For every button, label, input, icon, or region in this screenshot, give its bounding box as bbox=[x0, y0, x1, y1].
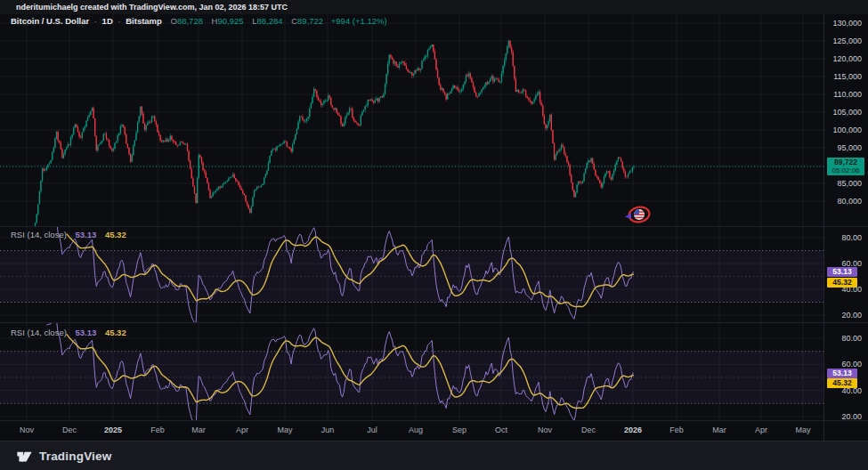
flag-emoji-icon bbox=[634, 209, 645, 220]
price-tick-label: 85,000 bbox=[837, 179, 862, 188]
rsi-tick-label: 80.00 bbox=[841, 233, 862, 242]
current-price-value: 89,722 bbox=[827, 158, 864, 166]
month-tick-label: Nov bbox=[530, 425, 560, 434]
price-axis[interactable]: 89,722 05:02:06 53.13 45.32 53.13 45.32 … bbox=[823, 14, 868, 441]
rsi-tick-label: 60.00 bbox=[841, 360, 862, 369]
exchange-name: Bitstamp bbox=[126, 16, 162, 26]
rsi-indicator-name: RSI (14, close) bbox=[11, 230, 67, 239]
tradingview-logo-icon[interactable] bbox=[16, 448, 33, 465]
month-tick-label: Apr bbox=[746, 425, 776, 434]
attribution-bar: nderitumichaelg created with TradingView… bbox=[0, 0, 868, 14]
rsi-tick-label: 20.00 bbox=[841, 412, 862, 421]
main-chart-pane[interactable] bbox=[0, 14, 823, 226]
month-tick-label: Feb bbox=[661, 425, 692, 434]
rsi-value: 53.13 bbox=[75, 230, 96, 239]
legend-separator: · bbox=[94, 16, 97, 26]
tradingview-wordmark[interactable]: TradingView bbox=[39, 450, 111, 463]
open-value: 88,728 bbox=[177, 16, 203, 26]
bar-countdown: 05:02:06 bbox=[827, 166, 864, 174]
change-value: +994 (+1.12%) bbox=[331, 16, 387, 26]
close-value: 89,722 bbox=[297, 16, 323, 26]
timeframe: 1D bbox=[102, 16, 113, 26]
rsi-tick-label: 20.00 bbox=[841, 311, 862, 320]
rsi-value: 53.13 bbox=[75, 328, 96, 337]
open-label: O bbox=[171, 16, 177, 26]
rsi-tick-label: 80.00 bbox=[841, 334, 862, 343]
month-tick-label: Mar bbox=[183, 425, 214, 434]
rsi-value-tag: 53.13 bbox=[827, 369, 857, 378]
legend-separator: · bbox=[118, 16, 120, 26]
low-value: 88,284 bbox=[256, 16, 282, 26]
rsi-ma-value-tag: 45.32 bbox=[827, 378, 857, 388]
price-tick-label: 115,000 bbox=[833, 72, 862, 81]
month-tick-label: May bbox=[270, 425, 300, 434]
price-tick-label: 80,000 bbox=[837, 197, 862, 206]
month-tick-label: Sep bbox=[444, 425, 475, 434]
rsi-value-tag: 53.13 bbox=[827, 267, 857, 277]
month-tick-label: Mar bbox=[704, 425, 734, 434]
price-tick-label: 100,000 bbox=[832, 126, 862, 134]
pane-divider[interactable] bbox=[0, 226, 868, 227]
month-tick-label: May bbox=[788, 425, 818, 434]
rsi-indicator-name: RSI (14, close) bbox=[11, 328, 67, 337]
price-tick-label: 95,000 bbox=[837, 143, 862, 152]
month-tick-label: Nov bbox=[12, 425, 42, 434]
symbol-legend: Bitcoin / U.S. Dollar · 1D · Bitstamp O8… bbox=[11, 16, 387, 27]
price-tick-label: 130,000 bbox=[832, 19, 862, 28]
current-price-tag: 89,722 05:02:06 bbox=[827, 158, 864, 175]
rsi-ma-value: 45.32 bbox=[105, 230, 126, 239]
month-tick-label: Aug bbox=[401, 425, 431, 434]
pane-divider[interactable] bbox=[0, 322, 868, 323]
symbol-name: Bitcoin / U.S. Dollar bbox=[11, 16, 89, 26]
month-tick-label: Feb bbox=[142, 425, 173, 434]
attribution-text: nderitumichaelg created with TradingView… bbox=[16, 3, 288, 12]
high-value: 90,925 bbox=[217, 16, 243, 26]
month-tick-label: Jul bbox=[357, 425, 387, 434]
rsi-ma-value-tag: 45.32 bbox=[827, 278, 857, 288]
month-tick-label: Dec bbox=[573, 425, 604, 434]
month-tick-label: Oct bbox=[486, 425, 516, 434]
time-axis[interactable]: NovDec2025FebMarAprMayJunJulAugSepOctNov… bbox=[0, 420, 823, 441]
ellipse-flag-annotation[interactable] bbox=[624, 204, 653, 229]
year-tick-label: 2026 bbox=[618, 425, 648, 434]
purple-arrow-icon bbox=[625, 214, 631, 220]
month-tick-label: Dec bbox=[54, 425, 85, 434]
price-tick-label: 110,000 bbox=[833, 90, 862, 99]
rsi-legend-2: RSI (14, close) 53.13 45.32 bbox=[11, 328, 126, 338]
year-tick-label: 2025 bbox=[98, 425, 128, 434]
rsi-legend-1: RSI (14, close) 53.13 45.32 bbox=[11, 230, 126, 240]
footer-bar: TradingView bbox=[0, 441, 868, 470]
price-tick-label: 105,000 bbox=[832, 108, 862, 117]
price-tick-label: 125,000 bbox=[832, 36, 862, 45]
month-tick-label: Jun bbox=[312, 425, 343, 434]
rsi-ma-value: 45.32 bbox=[105, 328, 126, 337]
rsi-pane-1[interactable] bbox=[0, 226, 823, 322]
price-tick-label: 120,000 bbox=[832, 54, 862, 63]
month-tick-label: Apr bbox=[227, 425, 257, 434]
